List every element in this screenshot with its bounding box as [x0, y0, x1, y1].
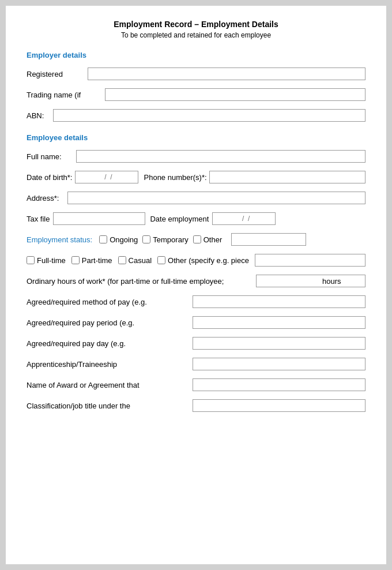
employer-section: Employer details Registered Trading name…	[27, 51, 365, 122]
casual-checkbox-group: Casual	[118, 256, 152, 265]
employer-heading: Employer details	[27, 51, 365, 59]
phone-group: Phone number(s)*:	[144, 171, 366, 183]
hours-row: Ordinary hours of work* (for part-time o…	[27, 275, 365, 287]
fulltime-label: Full-time	[37, 256, 66, 265]
trading-label: Trading name (if	[27, 91, 101, 99]
payday-row: Agreed/required pay day (e.g.	[27, 337, 365, 350]
dob-label: Date of birth*:	[27, 173, 73, 182]
other-status-checkbox[interactable]	[193, 235, 201, 243]
empstatus-label: Employment status:	[27, 235, 92, 244]
ongoing-label: Ongoing	[110, 235, 138, 244]
phone-label: Phone number(s)*:	[144, 173, 207, 182]
fullname-label: Full name:	[27, 152, 73, 161]
apprenticeship-input[interactable]	[193, 358, 365, 370]
abn-input[interactable]	[53, 109, 365, 122]
award-row: Name of Award or Agreement that	[27, 378, 365, 391]
registered-label: Registered	[27, 70, 84, 78]
taxfile-row: Tax file Date employment	[27, 212, 365, 225]
classification-input[interactable]	[193, 399, 365, 412]
award-input[interactable]	[193, 378, 365, 391]
dateemployment-label: Date employment	[150, 215, 209, 223]
payday-label: Agreed/required pay day (e.g.	[27, 339, 187, 348]
apprenticeship-row: Apprenticeship/Traineeship	[27, 358, 365, 370]
other-status-label: Other	[203, 235, 223, 244]
worktype-row: Full-time Part-time Casual Other (specif…	[27, 254, 365, 267]
registered-row: Registered	[27, 68, 365, 80]
payday-input[interactable]	[193, 337, 365, 350]
payperiod-label: Agreed/required pay period (e.g.	[27, 318, 187, 327]
payperiod-row: Agreed/required pay period (e.g.	[27, 316, 365, 329]
abn-row: ABN:	[27, 109, 365, 122]
other-status-checkbox-group: Other	[193, 235, 223, 244]
paymethod-input[interactable]	[193, 295, 365, 308]
taxfile-input[interactable]	[53, 212, 145, 225]
fullname-row: Full name:	[27, 150, 365, 163]
empstatus-row: Employment status: Ongoing Temporary Oth…	[27, 233, 365, 246]
trading-input[interactable]	[105, 88, 365, 101]
page-subtitle: To be completed and retained for each em…	[27, 31, 365, 39]
paymethod-row: Agreed/required method of pay (e.g.	[27, 295, 365, 308]
otherwork-checkbox-group: Other (specify e.g. piece	[157, 256, 249, 265]
taxfile-group: Tax file	[27, 212, 145, 225]
otherwork-label: Other (specify e.g. piece	[168, 256, 249, 265]
dob-input[interactable]	[75, 171, 138, 183]
fulltime-checkbox[interactable]	[27, 256, 35, 264]
employee-heading: Employee details	[27, 133, 365, 142]
dob-group: Date of birth*:	[27, 171, 138, 183]
page-container: Employment Record – Employment Details T…	[6, 6, 386, 564]
parttime-checkbox[interactable]	[71, 256, 80, 264]
casual-label: Casual	[129, 256, 152, 265]
address-input[interactable]	[67, 192, 365, 204]
temporary-checkbox-group: Temporary	[142, 235, 188, 244]
ongoing-checkbox-group: Ongoing	[99, 235, 138, 244]
payperiod-input[interactable]	[193, 316, 365, 329]
address-label: Address*:	[27, 194, 64, 202]
phone-input[interactable]	[209, 171, 365, 183]
paymethod-label: Agreed/required method of pay (e.g.	[27, 298, 187, 306]
hours-suffix: hours	[320, 277, 345, 286]
taxfile-label: Tax file	[27, 215, 50, 223]
dob-row: Date of birth*: Phone number(s)*:	[27, 171, 365, 183]
temporary-label: Temporary	[153, 235, 188, 244]
address-row: Address*:	[27, 192, 365, 204]
fullname-input[interactable]	[76, 150, 365, 163]
parttime-checkbox-group: Part-time	[71, 256, 112, 265]
worktype-other-input[interactable]	[255, 254, 365, 267]
parttime-label: Part-time	[82, 256, 112, 265]
ongoing-checkbox[interactable]	[99, 235, 107, 243]
dateemployment-group: Date employment	[150, 212, 365, 225]
hours-input[interactable]	[257, 275, 320, 287]
trading-row: Trading name (if	[27, 88, 365, 101]
otherwork-checkbox[interactable]	[157, 256, 165, 264]
casual-checkbox[interactable]	[118, 256, 126, 264]
award-label: Name of Award or Agreement that	[27, 381, 187, 389]
registered-input[interactable]	[88, 68, 365, 80]
apprenticeship-label: Apprenticeship/Traineeship	[27, 360, 187, 369]
abn-label: ABN:	[27, 111, 50, 120]
hours-input-wrap: hours	[256, 275, 365, 287]
employee-section: Employee details Full name: Date of birt…	[27, 133, 365, 412]
dateemployment-input[interactable]	[212, 212, 276, 225]
temporary-checkbox[interactable]	[142, 235, 150, 243]
fulltime-checkbox-group: Full-time	[27, 256, 66, 265]
status-other-input[interactable]	[231, 233, 306, 246]
classification-label: Classification/job title under the	[27, 402, 187, 410]
hours-label: Ordinary hours of work* (for part-time o…	[27, 277, 256, 286]
page-title: Employment Record – Employment Details	[27, 20, 365, 29]
classification-row: Classification/job title under the	[27, 399, 365, 412]
